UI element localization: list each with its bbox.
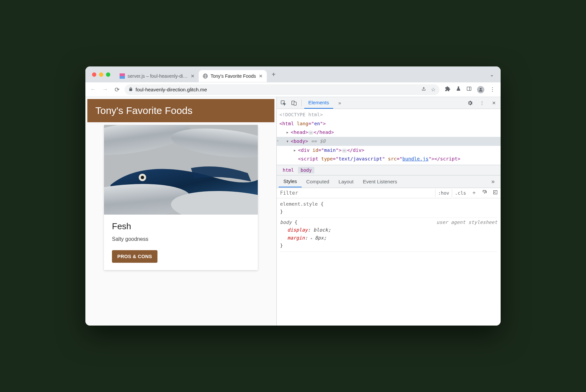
svg-rect-5 xyxy=(467,87,471,91)
minimize-window-button[interactable] xyxy=(99,72,103,77)
browser-tab-inactive[interactable]: server.js – foul-heavenly-direct ✕ xyxy=(116,70,199,82)
svg-rect-0 xyxy=(120,73,125,76)
crumb-body[interactable]: body xyxy=(298,167,315,173)
svg-point-7 xyxy=(480,88,481,89)
cls-toggle[interactable]: .cls xyxy=(452,189,469,197)
tab-layout[interactable]: Layout xyxy=(334,176,358,187)
forward-button[interactable]: → xyxy=(101,85,109,94)
devtools-panel: Elements » ⋮ ✕ <!DOCTYPE html> <html lan… xyxy=(276,97,501,326)
dom-breadcrumb: html body xyxy=(277,165,501,175)
paint-icon[interactable] xyxy=(479,188,490,198)
profile-avatar[interactable] xyxy=(477,86,484,93)
food-card: Fesh Salty goodness PROS & CONS xyxy=(104,125,258,270)
card-title: Fesh xyxy=(112,221,250,232)
dom-div-main[interactable]: ▸<div id="main">⋯</div> xyxy=(277,146,501,155)
dom-doctype[interactable]: <!DOCTYPE html> xyxy=(277,110,501,119)
tab-list-dropdown-icon[interactable]: ⌄ xyxy=(486,71,497,78)
card-image xyxy=(104,125,258,215)
glitch-favicon-icon xyxy=(120,73,125,79)
crumb-html[interactable]: html xyxy=(280,167,297,173)
sidepanel-icon[interactable] xyxy=(466,86,472,93)
styles-filter-input[interactable] xyxy=(277,188,435,198)
dom-tree[interactable]: <!DOCTYPE html> <html lang="en"> ▸<head>… xyxy=(277,109,501,165)
dom-script[interactable]: <script type="text/javascript" src="bund… xyxy=(277,154,501,163)
dom-html-open[interactable]: <html lang="en"> xyxy=(277,119,501,128)
svg-rect-18 xyxy=(483,190,486,192)
styles-filter-row: :hov .cls ＋ xyxy=(277,188,501,198)
close-window-button[interactable] xyxy=(92,72,96,77)
card-subtitle: Salty goodness xyxy=(112,236,250,242)
computed-toggle-icon[interactable] xyxy=(490,188,501,198)
inspect-element-icon[interactable] xyxy=(279,98,288,108)
card-body: Fesh Salty goodness PROS & CONS xyxy=(104,215,258,270)
kebab-menu-icon[interactable]: ⋮ xyxy=(490,86,495,93)
url-text: foul-heavenly-direction.glitch.me xyxy=(136,87,207,92)
bookmark-icon[interactable]: ☆ xyxy=(431,86,436,93)
extensions-icon[interactable] xyxy=(445,86,450,93)
new-tab-button[interactable]: + xyxy=(269,69,279,79)
browser-window: server.js – foul-heavenly-direct ✕ Tony'… xyxy=(85,66,501,326)
window-controls xyxy=(92,72,110,77)
rendered-page: Tony's Favorite Foods xyxy=(85,97,276,326)
labs-icon[interactable] xyxy=(456,86,461,93)
back-button[interactable]: ← xyxy=(89,85,97,94)
kebab-menu-icon[interactable]: ⋮ xyxy=(477,98,487,108)
tab-title: server.js – foul-heavenly-direct xyxy=(128,73,188,79)
lock-icon xyxy=(129,87,133,92)
tab-title: Tony's Favorite Foods xyxy=(211,73,256,79)
dom-body-selected[interactable]: ▾<body> == $0 xyxy=(277,137,501,146)
close-tab-icon[interactable]: ✕ xyxy=(191,73,195,79)
tab-overflow[interactable]: » xyxy=(335,97,345,108)
body-rule[interactable]: user agent stylesheet body { display: bl… xyxy=(280,218,497,252)
browser-toolbar: ← → ⟳ foul-heavenly-direction.glitch.me … xyxy=(85,82,501,97)
svg-rect-17 xyxy=(294,102,296,105)
page-title: Tony's Favorite Foods xyxy=(87,99,274,122)
browser-tab-active[interactable]: Tony's Favorite Foods ✕ xyxy=(199,70,267,82)
new-style-rule-icon[interactable]: ＋ xyxy=(469,188,479,198)
tab-computed[interactable]: Computed xyxy=(302,176,334,187)
pros-cons-button[interactable]: PROS & CONS xyxy=(112,250,157,263)
tab-bar: server.js – foul-heavenly-direct ✕ Tony'… xyxy=(85,66,501,82)
globe-favicon-icon xyxy=(203,73,208,79)
gear-icon[interactable] xyxy=(465,98,475,108)
tab-styles[interactable]: Styles xyxy=(279,176,302,187)
content-area: Tony's Favorite Foods xyxy=(85,97,501,326)
svg-rect-1 xyxy=(120,76,125,79)
svg-point-12 xyxy=(141,176,144,179)
close-tab-icon[interactable]: ✕ xyxy=(259,73,263,79)
tab-elements[interactable]: Elements xyxy=(304,97,333,109)
tab-overflow-icon[interactable]: » xyxy=(487,175,499,188)
hov-toggle[interactable]: :hov xyxy=(435,189,452,197)
reload-button[interactable]: ⟳ xyxy=(113,85,121,94)
styles-rules[interactable]: element.style { } user agent stylesheet … xyxy=(277,198,501,326)
devtools-tabbar: Elements » ⋮ ✕ xyxy=(277,97,501,109)
element-style-rule[interactable]: element.style { } xyxy=(280,200,497,218)
stylesheet-source: user agent stylesheet xyxy=(437,219,497,226)
device-toolbar-icon[interactable] xyxy=(289,98,299,108)
dom-head[interactable]: ▸<head>⋯</head> xyxy=(277,128,501,137)
maximize-window-button[interactable] xyxy=(106,72,110,77)
share-icon[interactable] xyxy=(421,86,426,93)
styles-pane-tabs: Styles Computed Layout Event Listeners » xyxy=(277,175,501,188)
tab-event-listeners[interactable]: Event Listeners xyxy=(358,176,402,187)
close-icon[interactable]: ✕ xyxy=(489,98,499,108)
address-bar[interactable]: foul-heavenly-direction.glitch.me ☆ xyxy=(125,84,440,95)
